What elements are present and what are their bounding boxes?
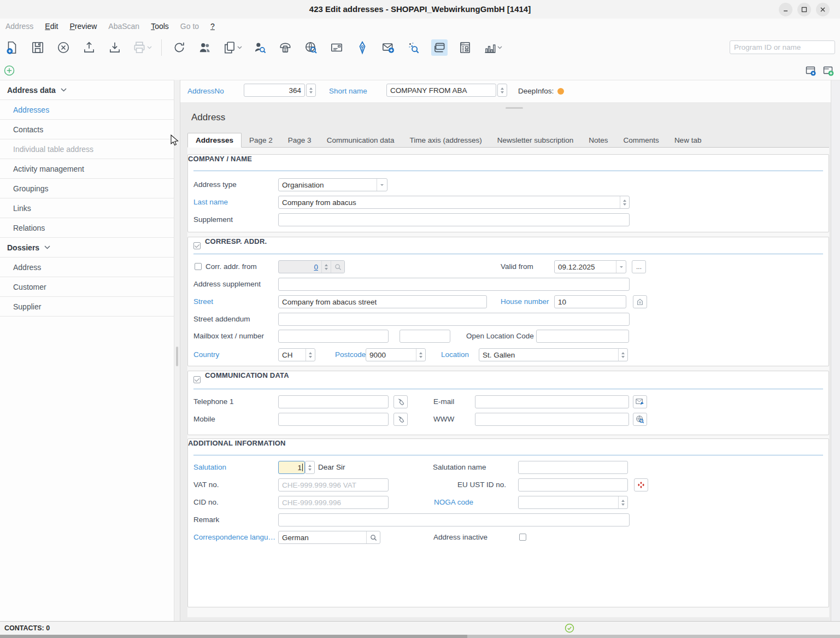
address-no-spinner[interactable] [306, 84, 316, 97]
country-label[interactable]: Country [193, 348, 219, 361]
noga-code-field[interactable] [518, 496, 628, 509]
program-search-input[interactable] [730, 40, 835, 54]
mailbox-text-field[interactable] [278, 330, 389, 343]
vat-no-field[interactable] [278, 478, 389, 491]
corr-addr-from-input[interactable] [279, 261, 321, 273]
postcode-label[interactable]: Postcode [335, 348, 366, 361]
address-window-button[interactable] [431, 39, 448, 56]
supplement-field[interactable] [278, 213, 630, 226]
tab-newsletter-subscription[interactable]: Newsletter subscription [490, 134, 581, 147]
noga-code-input[interactable] [519, 496, 618, 508]
window-settings-button[interactable] [804, 65, 818, 78]
menu-tools[interactable]: Tools [151, 22, 169, 31]
window-add-button[interactable] [822, 65, 835, 78]
www-input[interactable] [475, 413, 628, 425]
refresh-button[interactable] [171, 39, 187, 56]
email-input[interactable] [475, 396, 628, 408]
country-field[interactable] [278, 348, 315, 361]
noga-code-label[interactable]: NOGA code [434, 496, 473, 509]
address-inactive-checkbox[interactable] [519, 534, 526, 541]
field-spinner[interactable] [416, 349, 425, 361]
sidebar-item-addresses[interactable]: Addresses [0, 100, 174, 120]
sidebar-section-address-data[interactable]: Address data [0, 80, 174, 100]
street-input[interactable] [279, 296, 486, 308]
salutation-name-input[interactable] [519, 461, 627, 473]
salutation-spinner[interactable] [305, 461, 315, 474]
address-no-field[interactable] [244, 84, 305, 97]
new-address-button[interactable] [4, 39, 20, 56]
address-card-button[interactable] [328, 39, 345, 56]
location-field[interactable] [479, 348, 628, 361]
scrollbar-gutter[interactable] [831, 80, 840, 622]
correspondence-language-label[interactable]: Correspondence language [193, 531, 277, 544]
add-new-button[interactable] [3, 65, 15, 77]
postcode-field[interactable] [366, 348, 426, 361]
telephone1-input[interactable] [279, 396, 388, 408]
remark-input[interactable] [279, 514, 629, 526]
short-name-spinner[interactable] [497, 84, 507, 97]
cid-no-input[interactable] [279, 496, 388, 508]
tab-page-2[interactable]: Page 2 [242, 134, 280, 147]
menu-preview[interactable]: Preview [70, 22, 97, 31]
valid-from-input[interactable] [555, 261, 616, 273]
maximize-button[interactable] [797, 3, 811, 16]
mailbox-number-field[interactable] [400, 330, 450, 343]
dropdown-chevron-icon[interactable] [616, 261, 626, 273]
email-field[interactable] [475, 395, 629, 408]
cancel-button[interactable] [55, 39, 72, 56]
sidebar-item-activity-management[interactable]: Activity management [0, 159, 174, 179]
salutation-name-field[interactable] [518, 461, 628, 474]
www-open-button[interactable] [633, 413, 647, 426]
tab-page-3[interactable]: Page 3 [280, 134, 319, 147]
sidebar-item-groupings[interactable]: Groupings [0, 179, 174, 198]
location-label[interactable]: Location [441, 348, 469, 361]
sidebar-item-dossier-customer[interactable]: Customer [0, 277, 174, 297]
field-spinner[interactable] [306, 349, 315, 361]
short-name-field[interactable] [386, 84, 496, 97]
tab-time-axis[interactable]: Time axis (addresses) [402, 134, 489, 147]
valid-from-field[interactable] [554, 260, 626, 273]
data-search-button[interactable] [406, 39, 422, 56]
save-button[interactable] [30, 39, 46, 56]
mailbox-text-input[interactable] [279, 330, 388, 342]
tab-communication-data[interactable]: Communication data [319, 134, 402, 147]
address-type-value[interactable] [279, 179, 377, 191]
house-number-field[interactable] [554, 295, 626, 308]
street-field[interactable] [278, 295, 487, 308]
sidebar-item-dossier-supplier[interactable]: Supplier [0, 297, 174, 317]
eu-ust-id-field[interactable] [518, 478, 628, 491]
tab-notes[interactable]: Notes [581, 134, 615, 147]
telephone1-dial-button[interactable] [393, 395, 408, 408]
address-supplement-input[interactable] [279, 278, 629, 290]
search-icon[interactable] [366, 531, 380, 543]
dropdown-chevron-icon[interactable] [377, 179, 387, 191]
corr-addr-from-checkbox[interactable] [195, 263, 202, 270]
mobile-input[interactable] [279, 413, 388, 425]
cid-no-field[interactable] [278, 496, 389, 509]
minimize-button[interactable] [779, 3, 792, 16]
postcode-input[interactable] [366, 349, 416, 361]
field-spinner[interactable] [620, 196, 629, 208]
mobile-field[interactable] [278, 413, 389, 426]
remark-field[interactable] [278, 513, 630, 526]
eu-ust-id-validate-button[interactable] [634, 478, 648, 491]
signature-pen-button[interactable] [354, 39, 371, 56]
import-button[interactable] [107, 39, 123, 56]
field-spinner[interactable] [618, 349, 627, 361]
salutation-input[interactable] [279, 461, 302, 473]
correspondence-language-field[interactable] [278, 531, 380, 544]
address-no-label[interactable]: AddressNo [187, 85, 224, 98]
mobile-dial-button[interactable] [393, 413, 408, 426]
last-name-input[interactable] [279, 196, 620, 208]
communication-data-checkbox[interactable] [193, 376, 201, 383]
menu-help[interactable]: ? [210, 22, 215, 31]
tab-addresses[interactable]: Addresses [187, 133, 242, 148]
corresp-addr-checkbox[interactable] [193, 242, 201, 249]
house-number-input[interactable] [555, 296, 626, 308]
print-button-group[interactable] [132, 40, 152, 55]
sidebar-item-dossier-address[interactable]: Address [0, 257, 174, 277]
corr-addr-from-field[interactable] [278, 260, 345, 273]
contacts-button[interactable] [197, 39, 213, 56]
house-locate-button[interactable] [633, 295, 647, 308]
www-field[interactable] [475, 413, 629, 426]
